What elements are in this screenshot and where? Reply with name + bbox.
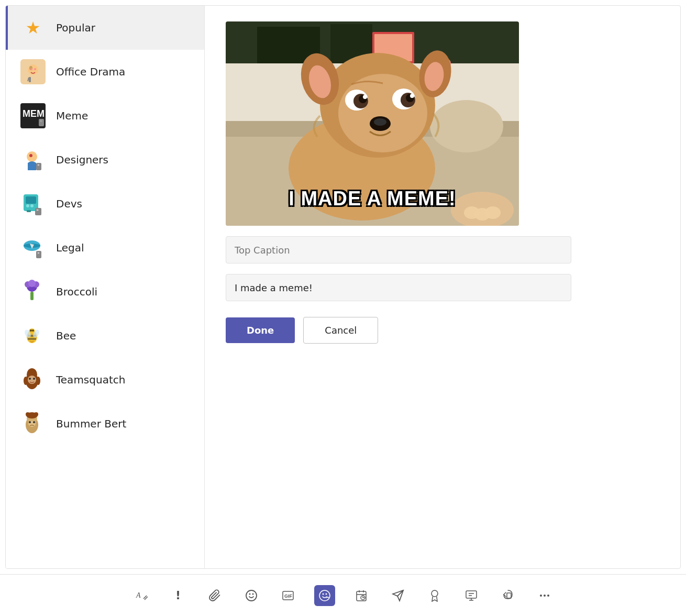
sidebar-label-legal: Legal [56, 241, 84, 254]
broccoli-icon [20, 279, 46, 304]
gif-icon[interactable]: GIF [278, 585, 298, 606]
sidebar-item-broccoli[interactable]: Broccoli [6, 270, 204, 314]
svg-point-47 [26, 412, 30, 416]
svg-point-88 [252, 593, 254, 595]
more-options-icon[interactable] [534, 585, 555, 606]
svg-text:GIF: GIF [284, 593, 293, 599]
svg-rect-16 [35, 208, 41, 215]
svg-point-48 [34, 412, 38, 416]
sidebar-label-broccoli: Broccoli [56, 285, 97, 298]
svg-point-4 [34, 68, 36, 70]
svg-point-37 [29, 378, 31, 380]
send-icon[interactable] [388, 585, 408, 606]
sidebar-label-office-drama: Office Drama [56, 65, 125, 78]
svg-point-15 [30, 204, 34, 207]
svg-point-55 [430, 100, 503, 152]
svg-rect-100 [466, 591, 477, 598]
svg-text:A: A [136, 591, 141, 599]
sidebar-item-devs[interactable]: Devs [6, 182, 204, 226]
svg-point-45 [33, 421, 35, 423]
important-icon[interactable]: ! [168, 585, 189, 606]
svg-rect-25 [30, 292, 34, 300]
sidebar-item-popular[interactable]: ★ Popular [6, 6, 204, 50]
meme-preview: I MADE A MEME! [226, 21, 519, 226]
svg-point-99 [431, 590, 438, 597]
done-button[interactable]: Done [226, 317, 295, 343]
top-caption-input[interactable] [226, 236, 571, 263]
svg-rect-13 [26, 196, 36, 204]
svg-rect-20 [36, 251, 41, 258]
emoji-icon[interactable] [241, 585, 262, 606]
svg-point-87 [249, 593, 251, 595]
designers-icon [20, 147, 46, 172]
svg-point-75 [363, 95, 367, 99]
svg-point-106 [540, 595, 542, 597]
cancel-button[interactable]: Cancel [303, 317, 378, 344]
action-buttons: Done Cancel [226, 317, 659, 344]
svg-point-44 [29, 421, 31, 423]
office-drama-icon [20, 59, 46, 84]
sidebar-item-bummer-bert[interactable]: Bummer Bert [6, 402, 204, 446]
sticker-icon[interactable] [314, 585, 335, 606]
svg-point-3 [30, 68, 32, 70]
sidebar-item-legal[interactable]: Legal [6, 226, 204, 270]
format-text-icon[interactable]: A [131, 585, 152, 606]
sidebar-label-bummer-bert: Bummer Bert [56, 417, 126, 430]
sidebar-item-office-drama[interactable]: Office Drama [6, 50, 204, 94]
meme-editor-content: I MADE A MEME! Done Cancel [205, 6, 680, 568]
svg-rect-11 [36, 163, 41, 170]
svg-point-91 [319, 590, 330, 601]
svg-point-24 [28, 280, 36, 287]
svg-point-40 [36, 377, 40, 385]
svg-point-76 [410, 94, 414, 98]
sidebar-label-designers: Designers [56, 153, 108, 166]
svg-point-32 [30, 329, 32, 332]
loop-icon[interactable] [497, 585, 518, 606]
attach-icon[interactable] [204, 585, 225, 606]
sidebar-item-teamsquatch[interactable]: Teamsquatch [6, 358, 204, 402]
svg-point-93 [326, 593, 327, 595]
sidebar-item-bee[interactable]: Bee [6, 314, 204, 358]
svg-rect-17 [27, 210, 31, 212]
svg-rect-8 [39, 119, 44, 126]
popular-icon: ★ [20, 15, 46, 40]
sidebar-label-bee: Bee [56, 329, 76, 342]
sidebar-item-designers[interactable]: Designers [6, 138, 204, 182]
svg-point-78 [374, 118, 386, 126]
svg-point-92 [323, 593, 324, 595]
whiteboard-icon[interactable] [461, 585, 482, 606]
message-toolbar: A ! GIF [0, 574, 686, 616]
svg-rect-105 [507, 593, 511, 598]
sidebar-label-devs: Devs [56, 197, 82, 210]
svg-point-86 [246, 590, 257, 601]
sidebar-item-meme[interactable]: MEM Meme [6, 94, 204, 138]
svg-point-39 [24, 377, 28, 385]
meme-creator-panel: ★ Popular Office Drama [5, 5, 681, 569]
bummer-bert-icon [20, 411, 46, 436]
svg-point-38 [33, 378, 35, 380]
svg-point-33 [32, 329, 34, 332]
sidebar-label-teamsquatch: Teamsquatch [56, 373, 125, 386]
schedule-icon[interactable] [351, 585, 372, 606]
svg-point-107 [544, 595, 546, 597]
meme-caption-text: I MADE A MEME! [226, 188, 519, 210]
bee-icon [20, 323, 46, 348]
bottom-caption-input[interactable] [226, 274, 571, 301]
teamsquatch-icon [20, 367, 46, 392]
svg-rect-28 [28, 338, 36, 340]
svg-point-14 [26, 204, 29, 207]
svg-text:MEM: MEM [23, 108, 45, 119]
legal-icon [20, 235, 46, 260]
svg-point-108 [547, 595, 549, 597]
svg-point-64 [338, 74, 427, 152]
sticker-category-sidebar: ★ Popular Office Drama [6, 6, 205, 568]
sidebar-label-popular: Popular [56, 21, 95, 34]
devs-icon [20, 191, 46, 216]
svg-point-10 [29, 154, 32, 157]
reward-icon[interactable] [424, 585, 445, 606]
sidebar-label-meme: Meme [56, 109, 88, 122]
meme-icon: MEM [20, 103, 46, 128]
